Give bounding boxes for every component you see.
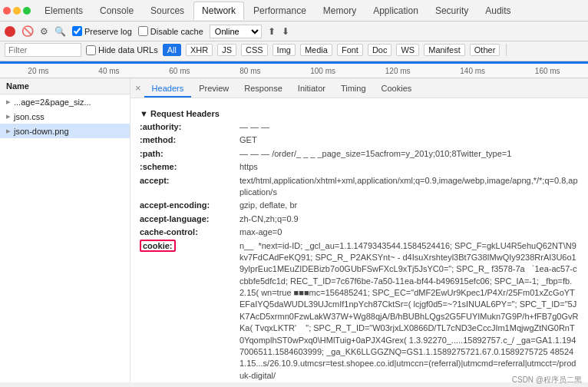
tick-20ms: 20 ms xyxy=(28,67,48,75)
header-name: accept: xyxy=(140,175,239,199)
filter-type-img[interactable]: Img xyxy=(273,44,296,56)
header-name: accept-encoding: xyxy=(140,200,239,211)
tab-performance[interactable]: Performance xyxy=(246,2,314,19)
hide-data-urls-text: Hide data URLs xyxy=(98,45,158,55)
filter-input[interactable] xyxy=(5,43,81,57)
import-btn[interactable]: ⬆ xyxy=(268,26,276,37)
header-name: accept-language: xyxy=(140,213,239,225)
request-headers-title: ▼ Request Headers xyxy=(140,109,579,118)
header-value: gzip, deflate, br xyxy=(239,200,579,211)
header-value: zh-CN,zh;q=0.9 xyxy=(239,213,579,225)
filter-type-css[interactable]: CSS xyxy=(241,44,268,56)
file-name: ...age=2&page_siz... xyxy=(14,98,91,107)
timeline-ticks: 20 ms 40 ms 60 ms 80 ms 100 ms 120 ms 14… xyxy=(3,64,585,75)
cookie-highlight: cookie: xyxy=(140,240,176,252)
filter-toolbar: Hide data URLs All XHR JS CSS Img Media … xyxy=(0,41,588,61)
tab-headers[interactable]: Headers xyxy=(144,81,192,98)
filter-type-all[interactable]: All xyxy=(163,44,181,56)
header-row-accept: accept: text/html,application/xhtml+xml,… xyxy=(140,175,579,199)
filter-type-font[interactable]: Font xyxy=(337,44,363,56)
tick-160ms: 160 ms xyxy=(535,67,560,75)
header-name: :method: xyxy=(140,134,239,146)
filter-toggle-btn[interactable]: ⚙ xyxy=(40,26,48,37)
header-value: https xyxy=(239,161,579,173)
tab-preview[interactable]: Preview xyxy=(191,81,236,98)
filter-type-js[interactable]: JS xyxy=(217,44,236,56)
export-btn[interactable]: ⬇ xyxy=(282,26,289,37)
search-btn[interactable]: 🔍 xyxy=(55,26,66,37)
tab-cookies[interactable]: Cookies xyxy=(374,81,420,98)
tab-console[interactable]: Console xyxy=(92,2,141,19)
hide-data-urls-label[interactable]: Hide data URLs xyxy=(86,45,158,55)
header-name: :path: xyxy=(140,148,239,160)
tab-response[interactable]: Response xyxy=(236,81,290,98)
timeline-progress xyxy=(0,61,588,64)
detail-tabs: × Headers Preview Response Initiator Tim… xyxy=(130,78,588,98)
headers-content: ▼ Request Headers :authority: — — — :met… xyxy=(130,98,588,382)
filter-type-ws[interactable]: WS xyxy=(396,44,419,56)
tick-140ms: 140 ms xyxy=(460,67,485,75)
list-item[interactable]: ▸ ...age=2&page_siz... xyxy=(0,94,130,109)
tab-sources[interactable]: Sources xyxy=(143,2,192,19)
devtools-tab-bar: Elements Console Sources Network Perform… xyxy=(0,0,588,22)
list-item-selected[interactable]: ▸ json-down.png xyxy=(0,124,130,138)
tab-security[interactable]: Security xyxy=(428,2,476,19)
record-btn[interactable] xyxy=(5,26,15,37)
disable-cache-label[interactable]: Disable cache xyxy=(138,26,203,36)
header-name: :scheme: xyxy=(140,161,239,173)
timeline-bar[interactable]: 20 ms 40 ms 60 ms 80 ms 100 ms 120 ms 14… xyxy=(0,61,588,78)
list-item[interactable]: ▸ json.css xyxy=(0,109,130,124)
preserve-log-checkbox[interactable] xyxy=(72,26,82,36)
throttle-select[interactable]: Online Fast 3G Slow 3G Offline xyxy=(210,25,262,38)
tick-100ms: 100 ms xyxy=(310,67,335,75)
header-row-accept-language: accept-language: zh-CN,zh;q=0.9 xyxy=(140,213,579,225)
preserve-log-text: Preserve log xyxy=(84,27,132,36)
file-icon: ▸ xyxy=(6,111,11,121)
filter-type-other[interactable]: Other xyxy=(470,44,500,56)
tick-80ms: 80 ms xyxy=(239,67,260,75)
hide-data-urls-checkbox[interactable] xyxy=(86,45,96,55)
disable-cache-text: Disable cache xyxy=(150,27,203,36)
detail-close-btn[interactable]: × xyxy=(135,82,141,94)
filter-separator xyxy=(506,44,507,56)
filter-type-doc[interactable]: Doc xyxy=(368,44,392,56)
disable-cache-checkbox[interactable] xyxy=(138,26,148,36)
file-panel-header: Name xyxy=(0,78,130,94)
window-controls xyxy=(3,7,31,15)
filter-type-media[interactable]: Media xyxy=(300,44,332,56)
tab-audits[interactable]: Audits xyxy=(477,2,518,19)
network-toolbar: 🚫 ⚙ 🔍 Preserve log Disable cache Online … xyxy=(0,22,588,41)
maximize-btn[interactable] xyxy=(23,7,31,15)
header-name: cache-control: xyxy=(140,227,239,238)
tab-memory[interactable]: Memory xyxy=(315,2,364,19)
clear-btn[interactable]: 🚫 xyxy=(21,25,34,37)
header-value: GET xyxy=(239,134,579,146)
tab-elements[interactable]: Elements xyxy=(37,2,91,19)
filter-type-xhr[interactable]: XHR xyxy=(186,44,213,56)
header-row-cache-control: cache-control: max-age=0 xyxy=(140,227,579,238)
tab-network[interactable]: Network xyxy=(193,2,244,20)
header-row-path: :path: — — — /order/_ _ _ _page_size=15a… xyxy=(140,148,579,160)
header-value: — — — /order/_ _ _ _page_size=15acfrom=y… xyxy=(239,148,579,160)
main-area: Name ▸ ...age=2&page_siz... ▸ json.css ▸… xyxy=(0,78,588,382)
header-value: text/html,application/xhtml+xml,applicat… xyxy=(239,175,579,199)
preserve-log-label[interactable]: Preserve log xyxy=(72,26,132,36)
tab-application[interactable]: Application xyxy=(365,2,426,19)
header-row-accept-encoding: accept-encoding: gzip, deflate, br xyxy=(140,200,579,211)
tick-60ms: 60 ms xyxy=(169,67,190,75)
file-panel: Name ▸ ...age=2&page_siz... ▸ json.css ▸… xyxy=(0,78,130,382)
file-icon: ▸ xyxy=(6,126,11,136)
header-name: :authority: xyxy=(140,121,239,133)
header-value: max-age=0 xyxy=(239,227,579,238)
minimize-btn[interactable] xyxy=(13,7,21,15)
filter-type-manifest[interactable]: Manifest xyxy=(424,44,465,56)
file-name: json-down.png xyxy=(14,127,69,136)
header-value-cookie: n__ *next=id-ID; _gcl_au=1.1.1479343544.… xyxy=(239,240,579,382)
header-row-scheme: :scheme: https xyxy=(140,161,579,173)
tick-120ms: 120 ms xyxy=(385,67,411,75)
watermark: CSDN @程序员二黑 xyxy=(506,373,588,382)
tab-timing[interactable]: Timing xyxy=(333,81,374,98)
close-btn[interactable] xyxy=(3,7,11,15)
header-name: cookie: xyxy=(140,240,239,382)
tab-initiator[interactable]: Initiator xyxy=(290,81,333,98)
